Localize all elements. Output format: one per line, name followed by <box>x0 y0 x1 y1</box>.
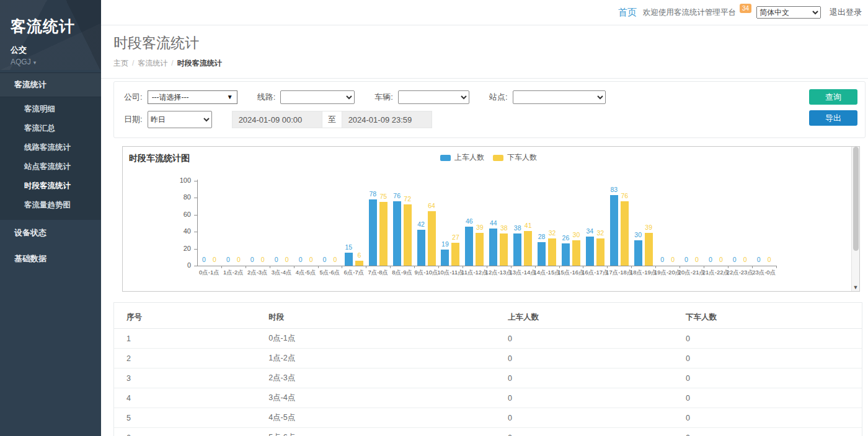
table-cell: 2点-3点 <box>256 368 495 388</box>
table-cell: 2 <box>114 349 256 368</box>
bar-value-label: 0 <box>759 256 780 263</box>
bar-alighting[interactable] <box>572 240 580 266</box>
breadcrumb-item[interactable]: 主页 <box>113 59 128 68</box>
bar-alighting[interactable] <box>428 211 436 266</box>
y-tick <box>194 232 197 232</box>
x-tick <box>366 266 366 268</box>
bar-boarding[interactable] <box>513 233 521 266</box>
y-tick <box>194 266 197 266</box>
bar-alighting[interactable] <box>404 204 412 266</box>
line-select[interactable] <box>280 90 355 104</box>
table-row: 65点-6点00 <box>114 428 862 436</box>
date-filter: 日期: 昨日 <box>124 111 212 128</box>
bar-value-label: 27 <box>445 233 466 241</box>
date-to-input[interactable] <box>342 111 432 128</box>
bar-alighting[interactable] <box>500 233 508 266</box>
bar-boarding[interactable] <box>538 242 546 266</box>
x-tick <box>511 266 512 268</box>
x-tick <box>680 266 680 268</box>
page-heading: 时段客流统计 主页/客流统计/时段客流统计 <box>101 25 868 79</box>
scroll-down-arrow-icon[interactable]: ▼ <box>852 284 859 290</box>
sidebar-subitem[interactable]: 时段客流统计 <box>0 177 101 196</box>
chart-scrollbar[interactable]: ▼ <box>851 147 859 291</box>
table-cell: 0 <box>495 368 673 388</box>
sidebar-subitem[interactable]: 客流明细 <box>0 100 101 119</box>
bar-alighting[interactable] <box>596 238 604 266</box>
y-tick <box>194 249 197 250</box>
x-tick <box>463 266 463 268</box>
user-dropdown[interactable]: AQGJ▾ <box>11 58 101 66</box>
table-cell: 0 <box>673 349 862 368</box>
breadcrumb-item[interactable]: 客流统计 <box>138 59 167 68</box>
chevron-down-icon: ▾ <box>33 59 37 66</box>
sidebar-header: 客流统计 公交 AQGJ▾ <box>0 0 101 70</box>
table-cell: 0 <box>495 408 673 428</box>
bar-alighting[interactable] <box>476 233 484 266</box>
table-cell: 1 <box>114 329 256 349</box>
bar-boarding[interactable] <box>610 195 618 266</box>
user-name: AQGJ <box>11 58 31 66</box>
y-tick-label: 100 <box>166 177 191 184</box>
date-preset-select[interactable]: 昨日 <box>148 111 212 128</box>
x-tick <box>583 266 583 268</box>
bar-alighting[interactable] <box>451 243 459 266</box>
sidebar-subitem[interactable]: 客流汇总 <box>0 119 101 138</box>
bar-boarding[interactable] <box>441 250 449 266</box>
x-category-label: 23点-0点 <box>744 269 784 277</box>
vehicle-select[interactable] <box>398 90 469 104</box>
bar-boarding[interactable] <box>465 227 473 266</box>
bar-value-label: 76 <box>614 192 635 199</box>
table-cell: 5 <box>114 408 256 428</box>
sidebar-subitem[interactable]: 线路客流统计 <box>0 138 101 157</box>
breadcrumb-item[interactable]: 时段客流统计 <box>177 59 222 68</box>
chart-scrollbar-thumb[interactable] <box>853 147 859 251</box>
date-from-input[interactable] <box>232 111 322 128</box>
app-root: 客流统计 公交 AQGJ▾ 客流统计 客流明细客流汇总线路客流统计站点客流统计时… <box>0 0 868 436</box>
table-cell: 4 <box>114 388 256 408</box>
bar-alighting[interactable] <box>355 261 363 266</box>
org-name: 公交 <box>11 45 101 56</box>
bar-boarding[interactable] <box>586 237 594 266</box>
y-axis-line <box>197 180 198 266</box>
sidebar-item[interactable]: 设备状态 <box>0 220 101 246</box>
table-cell: 0 <box>673 428 862 436</box>
bar-alighting[interactable] <box>379 202 388 266</box>
language-select[interactable]: 简体中文 <box>756 6 821 19</box>
bar-boarding[interactable] <box>489 229 497 266</box>
company-select[interactable]: ---请选择--- <box>148 91 237 103</box>
app-logo: 客流统计 <box>11 16 101 37</box>
notification-badge[interactable]: 34 <box>740 4 751 13</box>
y-tick-label: 60 <box>166 211 191 218</box>
sidebar-item-passenger-stats[interactable]: 客流统计 <box>0 72 101 97</box>
company-filter: 公司: ---请选择--- ▼ <box>124 90 237 104</box>
bar-boarding[interactable] <box>634 240 642 266</box>
x-tick <box>487 266 487 268</box>
bar-boarding[interactable] <box>417 230 425 266</box>
bar-boarding[interactable] <box>562 243 570 266</box>
stats-table: 序号时段上车人数下车人数 10点-1点0021点-2点0032点-3点0043点… <box>114 307 862 436</box>
home-link[interactable]: 首页 <box>618 7 637 19</box>
x-tick <box>607 266 608 268</box>
table-cell: 6 <box>114 428 256 436</box>
station-select[interactable] <box>513 90 606 104</box>
topbar: 首页 欢迎使用客流统计管理平台 34 简体中文 退出登录 <box>101 0 868 25</box>
export-button[interactable]: 导出 <box>809 110 857 126</box>
x-tick <box>246 266 246 268</box>
company-select-wrap: ---请选择--- ▼ <box>148 90 237 104</box>
sidebar-subitem[interactable]: 客流量趋势图 <box>0 196 101 215</box>
y-tick-label: 20 <box>166 245 191 252</box>
filter-row-2: 日期: 昨日 至 <box>124 111 803 128</box>
sidebar-item[interactable]: 基础数据 <box>0 246 101 272</box>
bar-alighting[interactable] <box>548 238 556 266</box>
query-button[interactable]: 查询 <box>809 89 857 105</box>
company-label: 公司: <box>124 92 143 103</box>
bar-boarding[interactable] <box>369 199 377 266</box>
station-filter: 站点: <box>489 90 606 104</box>
sidebar-subitem[interactable]: 站点客流统计 <box>0 157 101 177</box>
bar-boarding[interactable] <box>393 201 401 266</box>
filter-panel: 公司: ---请选择--- ▼ 线路: 车辆: <box>113 81 866 138</box>
logout-link[interactable]: 退出登录 <box>830 7 862 18</box>
x-tick <box>559 266 560 268</box>
content: 公司: ---请选择--- ▼ 线路: 车辆: <box>101 79 868 436</box>
table-cell: 0 <box>673 388 862 408</box>
